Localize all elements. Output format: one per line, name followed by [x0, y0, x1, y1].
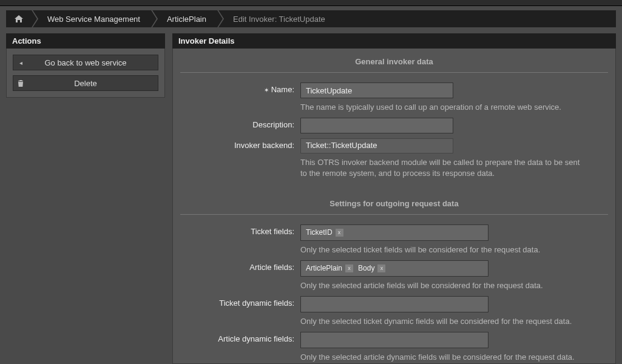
section-divider	[180, 72, 608, 73]
breadcrumb-current: Edit Invoker: TicketUpdate	[217, 10, 336, 27]
ticket-dyn-label: Ticket dynamic fields:	[180, 296, 300, 308]
name-label: ✶Name:	[180, 83, 300, 94]
caret-left-icon: ◂	[13, 59, 28, 66]
backend-hint: This OTRS invoker backend module will be…	[300, 157, 586, 179]
article-fields-hint: Only the selected article fields will be…	[300, 280, 586, 291]
article-dyn-hint: Only the selected article dynamic fields…	[300, 352, 586, 363]
description-input[interactable]	[300, 118, 453, 133]
tag: ArticlePlainx	[303, 264, 353, 272]
go-back-label: Go back to web service	[28, 58, 158, 67]
delete-label: Delete	[28, 79, 158, 88]
delete-button[interactable]: Delete	[13, 75, 158, 91]
tag: TicketIDx	[303, 228, 343, 237]
trash-icon	[13, 80, 28, 87]
home-icon	[15, 15, 23, 22]
ticket-fields-hint: Only the selected ticket fields will be …	[300, 244, 586, 255]
article-fields-label: Article fields:	[180, 260, 300, 272]
tag-label: ArticlePlain	[306, 264, 342, 272]
breadcrumb-item-webservice[interactable]: Web Service Management	[32, 10, 151, 27]
backend-value: Ticket::TicketUpdate	[300, 138, 453, 153]
breadcrumb-label: ArticlePlain	[167, 15, 206, 24]
tag-label: TicketID	[306, 228, 333, 237]
breadcrumb-home[interactable]	[6, 10, 32, 27]
window-topbar	[0, 0, 622, 6]
invoker-details-title: Invoker Details	[172, 33, 616, 49]
breadcrumb-label: Edit Invoker: TicketUpdate	[233, 15, 325, 24]
section-outgoing-title: Settings for outgoing request data	[173, 190, 615, 214]
article-fields-input[interactable]: ArticlePlainxBodyx	[300, 260, 488, 277]
actions-panel-title: Actions	[6, 33, 165, 49]
section-divider	[180, 214, 608, 215]
tag-remove-icon[interactable]: x	[336, 229, 343, 237]
tag-label: Body	[358, 264, 374, 272]
name-hint: The name is typically used to call up an…	[300, 102, 586, 113]
ticket-dyn-hint: Only the selected ticket dynamic fields …	[300, 316, 586, 327]
go-back-button[interactable]: ◂ Go back to web service	[13, 55, 158, 70]
ticket-dyn-input[interactable]	[300, 296, 488, 312]
article-dyn-label: Article dynamic fields:	[180, 332, 300, 343]
ticket-fields-label: Ticket fields:	[180, 224, 300, 236]
article-dyn-input[interactable]	[300, 332, 488, 348]
name-label-text: Name:	[271, 85, 294, 94]
tag-remove-icon[interactable]: x	[377, 265, 385, 272]
breadcrumb-label: Web Service Management	[47, 15, 140, 24]
breadcrumb: Web Service Management ArticlePlain Edit…	[6, 10, 616, 27]
description-label: Description:	[180, 118, 300, 129]
section-general-title: General invoker data	[173, 49, 615, 72]
breadcrumb-item-articleplain[interactable]: ArticlePlain	[151, 10, 217, 27]
ticket-fields-input[interactable]: TicketIDx	[300, 224, 488, 241]
actions-panel: Actions ◂ Go back to web service Delete	[6, 33, 165, 98]
invoker-details-panel: Invoker Details General invoker data ✶Na…	[172, 33, 616, 364]
tag: Bodyx	[356, 264, 385, 272]
backend-label: Invoker backend:	[180, 138, 300, 150]
name-input[interactable]	[300, 83, 453, 98]
tag-remove-icon[interactable]: x	[345, 265, 353, 272]
